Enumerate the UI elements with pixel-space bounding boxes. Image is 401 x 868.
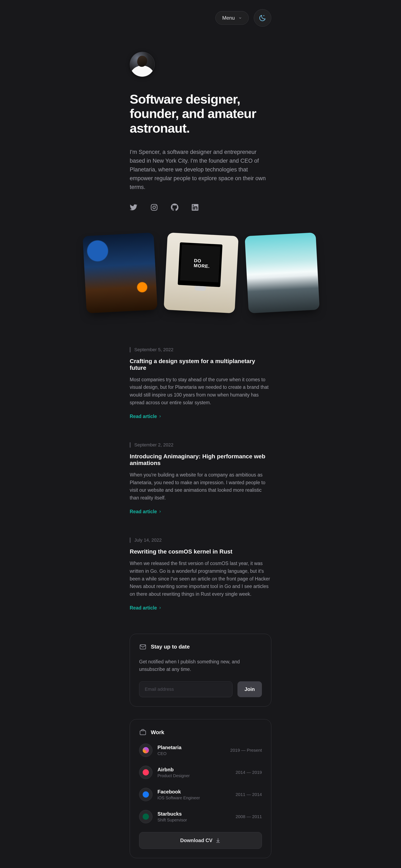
- read-article-link[interactable]: Read article: [130, 509, 271, 515]
- date-bar: [130, 347, 130, 352]
- github-link[interactable]: [171, 204, 179, 211]
- mail-icon: [139, 643, 147, 651]
- article-date: September 2, 2022: [134, 442, 173, 448]
- company-logo: [139, 744, 152, 757]
- company-logo: [139, 766, 152, 779]
- work-role: Shift Supervisor: [157, 818, 230, 823]
- download-icon: [215, 838, 221, 843]
- briefcase-icon: [139, 728, 147, 736]
- article-title: Rewriting the cosmOS kernel in Rust: [130, 548, 271, 555]
- work-company: Facebook: [157, 789, 230, 795]
- hero-title: Software designer, founder, and amateur …: [130, 92, 271, 135]
- gallery-photo: [245, 232, 320, 313]
- article-date: July 14, 2022: [134, 537, 162, 543]
- article-title: Crafting a design system for a multiplan…: [130, 358, 271, 371]
- date-bar: [130, 537, 130, 543]
- article-body: When we released the first version of co…: [130, 560, 271, 598]
- work-role: CEO: [157, 751, 225, 756]
- company-logo: [139, 810, 152, 823]
- chevron-down-icon: [239, 16, 242, 20]
- read-article-link[interactable]: Read article: [130, 605, 271, 611]
- chevron-right-icon: [158, 415, 162, 418]
- moon-icon: [258, 14, 267, 22]
- work-company: Airbnb: [157, 767, 230, 773]
- gallery-photo: DO MORE.: [164, 232, 239, 313]
- svg-point-1: [153, 206, 156, 209]
- linkedin-link[interactable]: [191, 204, 199, 211]
- article[interactable]: September 5, 2022 Crafting a design syst…: [130, 347, 271, 419]
- avatar[interactable]: [130, 52, 155, 77]
- newsletter-body: Get notified when I publish something ne…: [139, 658, 262, 673]
- article-date: September 5, 2022: [134, 347, 173, 352]
- instagram-link[interactable]: [150, 204, 158, 211]
- twitter-icon: [130, 204, 137, 211]
- work-dates: 2014 — 2019: [236, 770, 262, 775]
- article-title: Introducing Animaginary: High performanc…: [130, 453, 271, 466]
- twitter-link[interactable]: [130, 204, 137, 211]
- gallery-photo: [83, 232, 158, 313]
- linkedin-icon: [191, 204, 199, 211]
- work-role: iOS Software Engineer: [157, 796, 230, 800]
- chevron-right-icon: [158, 510, 162, 513]
- theme-toggle-button[interactable]: [254, 9, 271, 27]
- newsletter-card: Stay up to date Get notified when I publ…: [130, 634, 271, 707]
- join-button[interactable]: Join: [238, 681, 262, 697]
- newsletter-title: Stay up to date: [151, 644, 190, 650]
- work-dates: 2019 — Present: [230, 748, 262, 753]
- monitor-text: DO MORE.: [178, 242, 222, 287]
- svg-rect-4: [140, 731, 146, 735]
- menu-button[interactable]: Menu: [215, 11, 249, 25]
- work-item: Airbnb Product Designer 2014 — 2019: [139, 766, 262, 779]
- work-item: Starbucks Shift Supervisor 2008 — 2011: [139, 810, 262, 823]
- article[interactable]: July 14, 2022 Rewriting the cosmOS kerne…: [130, 537, 271, 611]
- work-item: Facebook iOS Software Engineer 2011 — 20…: [139, 788, 262, 801]
- email-input[interactable]: [139, 681, 233, 697]
- article-body: When you're building a website for a com…: [130, 471, 271, 502]
- svg-point-2: [156, 205, 156, 206]
- work-title: Work: [151, 729, 164, 736]
- work-role: Product Designer: [157, 773, 230, 778]
- work-item: Planetaria CEO 2019 — Present: [139, 744, 262, 757]
- svg-rect-3: [140, 645, 146, 649]
- company-logo: [139, 788, 152, 801]
- work-company: Starbucks: [157, 811, 230, 817]
- github-icon: [171, 204, 179, 211]
- date-bar: [130, 442, 130, 448]
- download-cv-button[interactable]: Download CV: [139, 832, 262, 849]
- article-body: Most companies try to stay ahead of the …: [130, 376, 271, 407]
- instagram-icon: [150, 204, 158, 211]
- work-company: Planetaria: [157, 745, 225, 750]
- chevron-right-icon: [158, 606, 162, 610]
- menu-button-label: Menu: [222, 15, 235, 21]
- article[interactable]: September 2, 2022 Introducing Animaginar…: [130, 442, 271, 515]
- read-article-link[interactable]: Read article: [130, 414, 271, 419]
- work-dates: 2008 — 2011: [236, 814, 262, 819]
- work-card: Work Planetaria CEO 2019 — Present Airbn…: [130, 719, 271, 858]
- work-dates: 2011 — 2014: [236, 792, 262, 797]
- photo-strip: DO MORE.: [85, 234, 241, 312]
- hero-subtitle: I'm Spencer, a software designer and ent…: [130, 148, 268, 191]
